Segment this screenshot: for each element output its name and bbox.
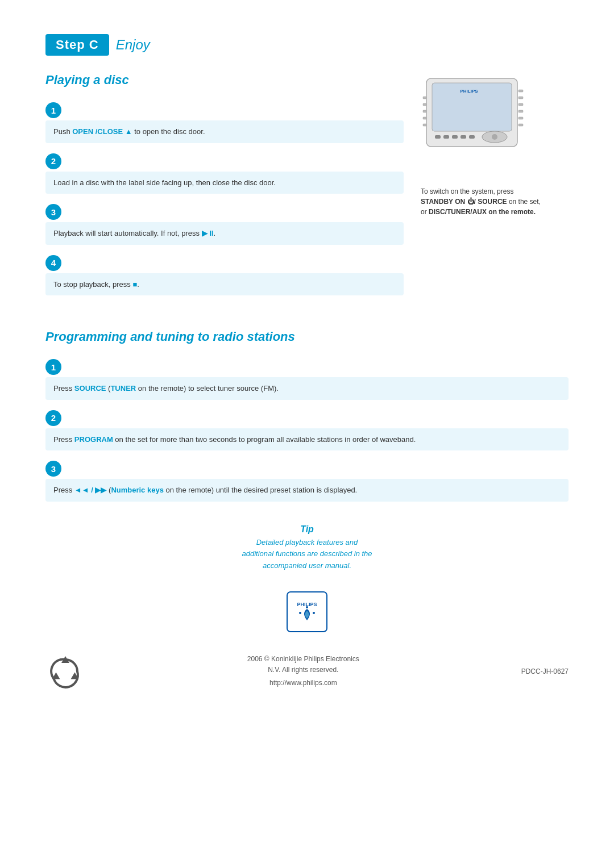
copyright-text: 2006 © Koninklijie Philips Electronics — [247, 654, 359, 665]
tuner-label: TUNER — [110, 384, 136, 393]
playing-section: Playing a disc 1 Push OPEN /CLOSE ▲ to o… — [45, 73, 569, 301]
prev-next-label: ◄◄ / ▶▶ — [74, 486, 107, 494]
program-label: PROGRAM — [74, 435, 113, 444]
recycle-icon — [45, 652, 85, 691]
tip-text: Detailed playback features and additiona… — [45, 537, 569, 572]
source-label: SOURCE — [74, 384, 106, 393]
playing-step-2: 2 Load in a disc with the label side fac… — [45, 149, 404, 194]
svg-rect-4 — [443, 135, 449, 139]
playing-step-2-text: Load in a disc with the label side facin… — [45, 172, 404, 194]
svg-text:PHILIPS: PHILIPS — [460, 89, 478, 94]
step-header: Step C Enjoy — [45, 34, 569, 56]
prog-step-3-text: Press ◄◄ / ▶▶ (Numberic keys on the remo… — [45, 479, 569, 502]
svg-point-23 — [299, 612, 301, 614]
step-num-1: 1 — [45, 102, 61, 118]
svg-rect-13 — [518, 110, 523, 112]
prog-step-num-1: 1 — [45, 359, 61, 375]
svg-point-9 — [492, 134, 497, 140]
svg-rect-10 — [518, 90, 523, 92]
playing-step-4: 4 To stop playback, press ■. — [45, 251, 404, 296]
prog-step-num-3: 3 — [45, 461, 61, 477]
svg-rect-5 — [452, 135, 458, 139]
prog-step-1: 1 Press SOURCE (TUNER on the remote) to … — [45, 354, 569, 400]
philips-logo-container: PHILIPS — [45, 589, 569, 635]
playing-steps: Playing a disc 1 Push OPEN /CLOSE ▲ to o… — [45, 73, 404, 301]
tip-line1: Detailed playback features and — [256, 538, 358, 546]
playing-step-3: 3 Playback will start automatically. If … — [45, 199, 404, 245]
standby-label: STANDBY ON ⏻/ SOURCE — [421, 198, 507, 206]
step-num-3: 3 — [45, 204, 61, 220]
disc-tuner-label: DISC/TUNER/AUX on the remote. — [429, 208, 536, 216]
url-text: http://www.philips.com — [247, 678, 359, 688]
footer-center: 2006 © Koninklijie Philips Electronics N… — [247, 654, 359, 689]
playing-step-1-text: Push OPEN /CLOSE ▲ to open the disc door… — [45, 120, 404, 143]
programming-title: Programming and tuning to radio stations — [45, 329, 569, 344]
step-num-2: 2 — [45, 153, 61, 169]
svg-rect-7 — [469, 135, 475, 139]
svg-rect-17 — [423, 103, 426, 106]
footer-right: PDCC-JH-0627 — [521, 667, 569, 675]
svg-rect-14 — [518, 117, 523, 119]
svg-rect-3 — [435, 135, 441, 139]
step-title: Enjoy — [116, 37, 150, 53]
prog-step-3: 3 Press ◄◄ / ▶▶ (Numberic keys on the re… — [45, 456, 569, 502]
playing-step-1: 1 Push OPEN /CLOSE ▲ to open the disc do… — [45, 98, 404, 143]
svg-rect-15 — [518, 124, 523, 126]
side-note: To switch on the system, press STANDBY O… — [421, 186, 546, 217]
svg-rect-11 — [518, 97, 523, 99]
step-badge: Step C — [45, 34, 109, 56]
rights-text: N.V. All rights reserved. — [247, 665, 359, 675]
tip-title: Tip — [45, 524, 569, 535]
tip-line3: accompanied user manual. — [263, 561, 351, 570]
playing-right: PHILIPS — [421, 73, 569, 301]
device-illustration: PHILIPS — [421, 73, 546, 175]
stop-label: ■ — [132, 280, 137, 289]
play-pause-label: ▶ II — [202, 229, 214, 237]
svg-rect-18 — [423, 110, 426, 112]
playing-step-3-text: Playback will start automatically. If no… — [45, 222, 404, 245]
prog-step-2: 2 Press PROGRAM on the set for more than… — [45, 406, 569, 451]
playing-disc-title: Playing a disc — [45, 73, 404, 87]
svg-rect-6 — [460, 135, 466, 139]
tip-line2: additional functions are described in th… — [242, 549, 372, 558]
svg-rect-12 — [518, 103, 523, 106]
prog-step-num-2: 2 — [45, 410, 61, 426]
open-close-label: OPEN /CLOSE ▲ — [72, 127, 132, 136]
svg-rect-19 — [423, 117, 426, 119]
philips-logo: PHILIPS — [284, 589, 330, 635]
numeric-keys-label: Numberic keys — [111, 486, 164, 494]
programming-section: Programming and tuning to radio stations… — [45, 329, 569, 502]
svg-rect-16 — [423, 97, 426, 99]
prog-step-2-text: Press PROGRAM on the set for more than t… — [45, 428, 569, 451]
svg-rect-20 — [423, 124, 426, 126]
step-num-4: 4 — [45, 255, 61, 271]
page-container: Step C Enjoy Playing a disc 1 Push OPEN … — [0, 0, 614, 868]
playing-step-4-text: To stop playback, press ■. — [45, 273, 404, 296]
prog-step-1-text: Press SOURCE (TUNER on the remote) to se… — [45, 377, 569, 400]
svg-point-25 — [306, 606, 308, 608]
svg-point-24 — [313, 612, 315, 614]
product-code: PDCC-JH-0627 — [521, 667, 569, 675]
footer-section: 2006 © Koninklijie Philips Electronics N… — [45, 652, 569, 691]
tip-container: Tip Detailed playback features and addit… — [45, 524, 569, 572]
